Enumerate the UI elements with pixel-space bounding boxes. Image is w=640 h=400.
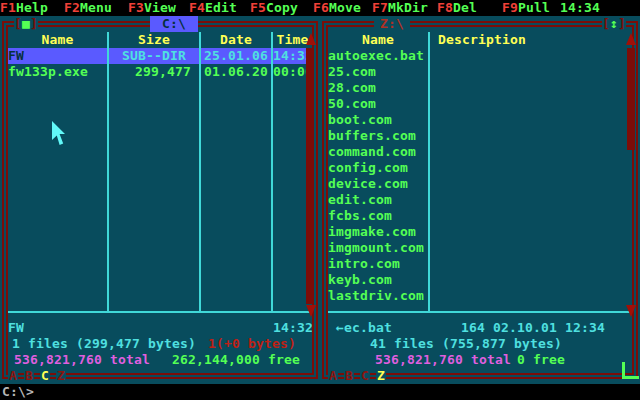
left-panel: [■] C:\ Name Size Date Time FW SUB--DIR … <box>0 16 320 384</box>
drive-button-b[interactable]: B <box>24 368 34 384</box>
fkey-action: Copy <box>266 0 298 15</box>
menu-item-del[interactable]: F8Del <box>437 0 477 16</box>
file-row-name[interactable]: FW <box>8 48 107 64</box>
file-item[interactable]: fcbs.com <box>328 208 392 224</box>
bracket: [ <box>14 16 22 31</box>
scroll-down-icon[interactable] <box>626 305 636 317</box>
file-item[interactable]: boot.com <box>328 112 392 128</box>
fkey-label: F2 <box>64 0 80 15</box>
menu-item-move[interactable]: F6Move <box>313 0 361 16</box>
status-selected-file: FW <box>8 320 24 336</box>
drive-button-b[interactable]: B <box>344 368 354 384</box>
column-separator <box>107 32 109 312</box>
command-prompt: C:\> <box>2 384 34 400</box>
file-item[interactable]: imgmake.com <box>328 224 416 240</box>
panel-corner-glyph <box>622 376 639 379</box>
file-row-date[interactable]: 01.06.20 <box>201 64 271 80</box>
scroll-up-icon[interactable] <box>306 33 316 45</box>
file-item[interactable]: keyb.com <box>328 272 392 288</box>
file-row-name[interactable]: fw133p.exe <box>8 64 107 80</box>
right-panel: Z:\ [↕] Name Description autoexec.bat 25… <box>320 16 640 384</box>
fkey-action: Del <box>453 0 477 15</box>
file-item[interactable]: buffers.com <box>328 128 416 144</box>
fkey-action: Menu <box>80 0 112 15</box>
fkey-action: Edit <box>205 0 237 15</box>
fkey-action: Help <box>16 0 48 15</box>
status-disk-total: 536,821,760 total <box>14 352 150 368</box>
fkey-label: F3 <box>128 0 144 15</box>
scroll-down-icon[interactable] <box>306 305 316 317</box>
panel-sort-indicator[interactable]: [↕] <box>602 16 626 32</box>
column-separator <box>199 32 201 312</box>
column-header-name: Name <box>8 32 107 48</box>
fkey-label: F8 <box>437 0 453 15</box>
fkey-action: MkDir <box>388 0 428 15</box>
status-separator-line <box>328 311 632 313</box>
command-line[interactable]: C:\> <box>0 384 640 400</box>
fkey-label: F9 <box>502 0 518 15</box>
file-item[interactable]: command.com <box>328 144 416 160</box>
column-header-size: Size <box>109 32 199 48</box>
panel-on-icon: ■ <box>22 16 30 31</box>
file-item[interactable]: imgmount.com <box>328 240 424 256</box>
scroll-up-icon[interactable] <box>626 33 636 45</box>
drive-button-c[interactable]: C <box>360 368 370 384</box>
menu-item-help[interactable]: F1Help <box>0 0 48 16</box>
file-item[interactable]: 28.com <box>328 80 376 96</box>
file-row-size[interactable]: 299,477 <box>105 64 191 80</box>
up-down-arrows-icon: ↕ <box>610 16 618 31</box>
file-item[interactable]: autoexec.bat <box>328 48 424 64</box>
status-disk-total: 536,821,760 total <box>375 352 511 368</box>
drive-button-c-current[interactable]: C <box>40 368 50 384</box>
file-item[interactable]: device.com <box>328 176 408 192</box>
mouse-cursor-icon <box>52 121 69 148</box>
fkey-label: F1 <box>0 0 16 15</box>
column-header-name: Name <box>328 32 428 48</box>
file-item[interactable]: config.com <box>328 160 408 176</box>
file-item[interactable]: intro.com <box>328 256 400 272</box>
file-row-date[interactable]: 25.01.06 <box>201 48 271 64</box>
file-item[interactable]: 50.com <box>328 96 376 112</box>
drive-button-a[interactable]: A <box>328 368 338 384</box>
menu-item-mkdir[interactable]: F7MkDir <box>372 0 428 16</box>
status-disk-free: 0 free <box>517 352 565 368</box>
fkey-action: View <box>144 0 176 15</box>
status-separator-line <box>8 311 312 313</box>
menu-item-pull[interactable]: F9Pull <box>502 0 550 16</box>
fkey-action: Move <box>329 0 361 15</box>
menu-bar: F1Help F2Menu F3View F4Edit F5Copy F6Mov… <box>0 0 640 16</box>
drive-button-z-current[interactable]: Z <box>376 368 386 384</box>
file-item[interactable]: 25.com <box>328 64 376 80</box>
file-item[interactable]: lastdriv.com <box>328 288 424 304</box>
status-selected-time: 14:32 <box>273 320 313 336</box>
menu-item-view[interactable]: F3View <box>128 0 176 16</box>
drive-button-z[interactable]: Z <box>56 368 66 384</box>
panel-path-title[interactable]: Z:\ <box>374 16 410 32</box>
scrollbar-thumb[interactable] <box>627 48 635 150</box>
bracket: ] <box>618 16 626 31</box>
file-manager-screen: F1Help F2Menu F3View F4Edit F5Copy F6Mov… <box>0 0 640 400</box>
panel-path-title[interactable]: C:\ <box>150 16 198 32</box>
status-selected-file: ←ec.bat <box>336 320 392 336</box>
status-files-count: 41 files (755,877 bytes) <box>370 336 562 352</box>
menu-item-edit[interactable]: F4Edit <box>189 0 237 16</box>
column-separator <box>271 32 273 312</box>
status-files-count: 1 files (299,477 bytes) <box>12 336 196 352</box>
status-disk-free: 262,144,000 free <box>172 352 300 368</box>
status-tagged-count: 1(+0 bytes) <box>208 336 296 352</box>
clock: 14:34 <box>560 0 600 16</box>
file-item[interactable]: edit.com <box>328 192 392 208</box>
drive-button-a[interactable]: A <box>8 368 18 384</box>
fkey-label: F6 <box>313 0 329 15</box>
menu-item-copy[interactable]: F5Copy <box>250 0 298 16</box>
panel-state-indicator[interactable]: [■] <box>14 16 38 32</box>
menu-item-menu[interactable]: F2Menu <box>64 0 112 16</box>
fkey-label: F5 <box>250 0 266 15</box>
bracket: ] <box>30 16 38 31</box>
bracket: [ <box>602 16 610 31</box>
fkey-action: Pull <box>518 0 550 15</box>
file-row-size[interactable]: SUB--DIR <box>109 48 199 64</box>
fkey-label: F7 <box>372 0 388 15</box>
scrollbar-thumb[interactable] <box>306 48 314 304</box>
column-header-description: Description <box>438 32 638 48</box>
